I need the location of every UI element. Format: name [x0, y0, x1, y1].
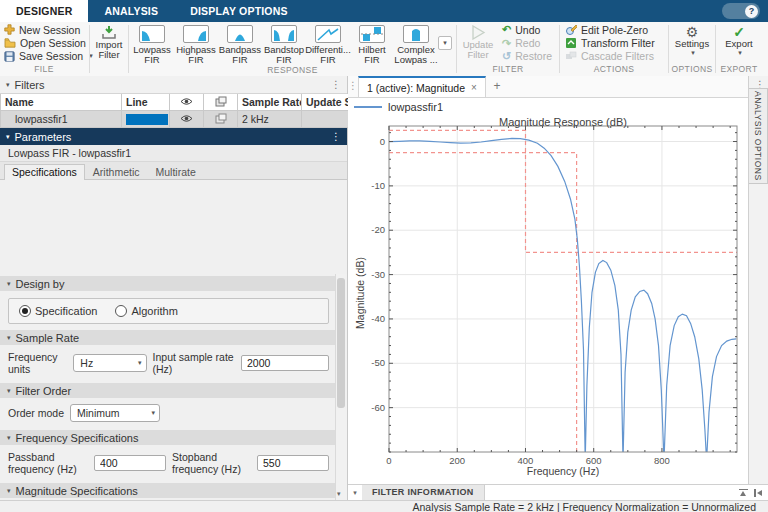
- complex-lowpass-response-icon: [404, 26, 428, 42]
- mask-column-icon: [215, 96, 227, 107]
- ribbon-section-file: New Session Open Session Save Session ▾ …: [0, 22, 88, 76]
- order-mode-select[interactable]: Minimum: [70, 404, 160, 422]
- cascade-filters-icon: [565, 50, 577, 62]
- ribbon-section-import: Import Filter: [91, 22, 127, 76]
- bandstop-fir-button[interactable]: Bandstop FIR: [262, 22, 306, 65]
- redo-icon: ↷: [502, 37, 511, 50]
- lowpass-fir-button[interactable]: Lowpass FIR: [130, 22, 174, 65]
- magnitude-response-plot[interactable]: 02004006008000-10-20-30-40-50-60: [348, 115, 748, 485]
- magnitude-specifications-header[interactable]: ▾Magnitude Specifications: [0, 483, 337, 498]
- order-mode-label: Order mode: [8, 407, 64, 419]
- tab-specifications[interactable]: Specifications: [4, 164, 85, 180]
- mask-toggle-icon[interactable]: [215, 113, 227, 124]
- filter-information-tab[interactable]: FILTER INFORMATION: [362, 485, 485, 501]
- export-check-icon: ✓: [733, 25, 745, 39]
- tab-analysis[interactable]: ANALYSIS: [88, 0, 174, 22]
- update-filter-button[interactable]: Update Filter: [458, 22, 498, 64]
- stopband-frequency-field[interactable]: [257, 455, 329, 471]
- design-by-group: Specification Algorithm: [8, 298, 329, 324]
- plot-legend: lowpassfir1: [348, 98, 748, 116]
- filter-information-dropdown-icon[interactable]: ▾: [348, 489, 362, 497]
- line-swatch[interactable]: [126, 114, 168, 125]
- filter-order-header[interactable]: ▾Filter Order: [0, 383, 337, 398]
- ribbon-section-export: ✓ Export ▾ EXPORT: [717, 22, 761, 76]
- tab-grip-icon[interactable]: ⋮: [348, 76, 358, 97]
- tab-arithmetic[interactable]: Arithmetic: [85, 164, 148, 179]
- expand-panel-icon[interactable]: [739, 489, 748, 497]
- visibility-eye-icon[interactable]: [180, 114, 193, 123]
- filters-table: Name Line Sample Rate Update Status lowp…: [0, 94, 349, 128]
- svg-text:-40: -40: [371, 313, 385, 324]
- sample-rate-header[interactable]: ▾Sample Rate: [0, 330, 337, 345]
- sample-rate-cell: 2 kHz: [238, 111, 302, 128]
- tab-designer[interactable]: DESIGNER: [0, 0, 88, 22]
- close-tab-icon[interactable]: ×: [471, 82, 477, 93]
- collapse-filters-icon: ▾: [6, 81, 10, 89]
- bandpass-fir-button[interactable]: Bandpass FIR: [218, 22, 262, 65]
- parameters-subtitle: Lowpass FIR - lowpassfir1: [0, 145, 347, 162]
- redo-button[interactable]: ↷ Redo: [502, 37, 552, 50]
- visible-column-eye-icon: [180, 97, 193, 106]
- analysis-options-tab[interactable]: ANALYSIS OPTIONS: [749, 88, 768, 184]
- status-text: Analysis Sample Rate = 2 kHz | Frequency…: [412, 501, 756, 512]
- differentiator-fir-button[interactable]: Differenti... FIR: [306, 22, 350, 65]
- tab-display-options[interactable]: DISPLAY OPTIONS: [174, 0, 304, 22]
- frequency-units-select[interactable]: Hz: [73, 354, 146, 372]
- bandstop-response-icon: [272, 26, 296, 42]
- edit-pole-zero-icon: [565, 24, 577, 36]
- save-session-button[interactable]: Save Session ▾: [4, 50, 92, 63]
- svg-text:0: 0: [380, 136, 385, 147]
- new-session-icon: [4, 24, 15, 35]
- scrollbar-thumb[interactable]: [337, 278, 345, 408]
- lowpass-response-icon: [140, 26, 164, 42]
- collapse-parameters-icon: ▾: [6, 133, 10, 141]
- scrollbar-down-icon[interactable]: ▾: [337, 490, 341, 498]
- frequency-specifications-header[interactable]: ▾Frequency Specifications: [0, 430, 337, 445]
- figure-area: Magnitude Response (dB) Magnitude (dB) F…: [348, 115, 748, 485]
- svg-text:-30: -30: [371, 269, 385, 280]
- restore-layout-icon[interactable]: [754, 489, 764, 497]
- cascade-filters-button[interactable]: Cascade Filters: [565, 50, 663, 63]
- highpass-fir-button[interactable]: Highpass FIR: [174, 22, 218, 65]
- settings-button[interactable]: ⚙ Settings ▾: [670, 22, 714, 64]
- algorithm-radio[interactable]: Algorithm: [115, 305, 177, 317]
- restore-button[interactable]: ↺ Restore: [502, 50, 552, 63]
- transform-filter-button[interactable]: Transform Filter: [565, 37, 663, 50]
- add-figure-tab-button[interactable]: +: [486, 76, 508, 97]
- filter-row-lowpassfir1[interactable]: lowpassfir1 2 kHz: [1, 111, 349, 128]
- hilbert-response-icon: [360, 26, 384, 42]
- input-sample-rate-field[interactable]: [241, 355, 329, 371]
- parameters-panel-header[interactable]: ▾ Parameters ⋮: [0, 128, 347, 145]
- ribbon-section-response: Lowpass FIR Highpass FIR Bandpass FIR Ba…: [130, 22, 455, 76]
- magnitude-figure-tab[interactable]: 1 (active): Magnitude ×: [358, 76, 486, 97]
- parameters-menu-icon[interactable]: ⋮: [331, 131, 341, 142]
- specification-radio[interactable]: Specification: [19, 305, 97, 317]
- filters-panel-header[interactable]: ▾ Filters ⋮: [0, 76, 347, 94]
- edit-pole-zero-button[interactable]: Edit Pole-Zero: [565, 23, 663, 36]
- bandpass-response-icon: [228, 26, 252, 42]
- hilbert-fir-button[interactable]: Hilbert FIR: [350, 22, 394, 65]
- open-session-button[interactable]: Open Session: [4, 37, 92, 50]
- open-folder-icon: [4, 38, 16, 48]
- filters-menu-icon[interactable]: ⋮: [331, 79, 341, 90]
- parameters-scrollbar[interactable]: ▾: [335, 274, 347, 500]
- tab-multirate[interactable]: Multirate: [147, 164, 203, 179]
- input-sample-rate-label: Input sample rate (Hz): [153, 351, 235, 375]
- undo-button[interactable]: ↶ Undo: [502, 23, 552, 36]
- import-filter-button[interactable]: Import Filter: [91, 22, 127, 64]
- help-button[interactable]: ?: [722, 3, 760, 19]
- update-status-cell: [302, 111, 349, 128]
- update-filter-icon: [471, 25, 486, 40]
- export-button[interactable]: ✓ Export ▾: [717, 22, 761, 64]
- design-by-header[interactable]: ▾Design by: [0, 276, 337, 291]
- figure-tab-bar: ⋮ 1 (active): Magnitude × +: [348, 76, 748, 98]
- passband-frequency-field[interactable]: [94, 455, 166, 471]
- ribbon-section-options: ⚙ Settings ▾ OPTIONS: [670, 22, 714, 76]
- stopband-frequency-label: Stopband frequency (Hz): [172, 451, 251, 475]
- new-session-button[interactable]: New Session: [4, 23, 92, 36]
- settings-dropdown-icon: ▾: [691, 49, 695, 57]
- response-gallery-dropdown[interactable]: ▾: [438, 36, 452, 50]
- filter-name-cell[interactable]: lowpassfir1: [1, 111, 122, 128]
- x-axis-label: Frequency (Hz): [389, 465, 737, 477]
- complex-lowpass-fir-button[interactable]: Complex Lowpas ...: [394, 22, 438, 65]
